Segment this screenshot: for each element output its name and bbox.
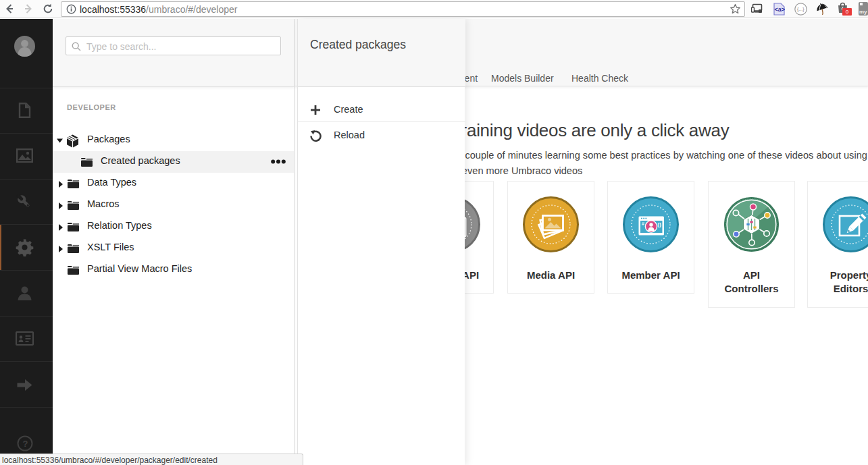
svg-text:?: ? [23,439,28,449]
svg-text:<a>: <a> [775,6,785,13]
svg-text:#: # [642,221,644,226]
svg-text:{}: {} [657,221,661,227]
svg-text:{...}: {...} [797,7,805,12]
